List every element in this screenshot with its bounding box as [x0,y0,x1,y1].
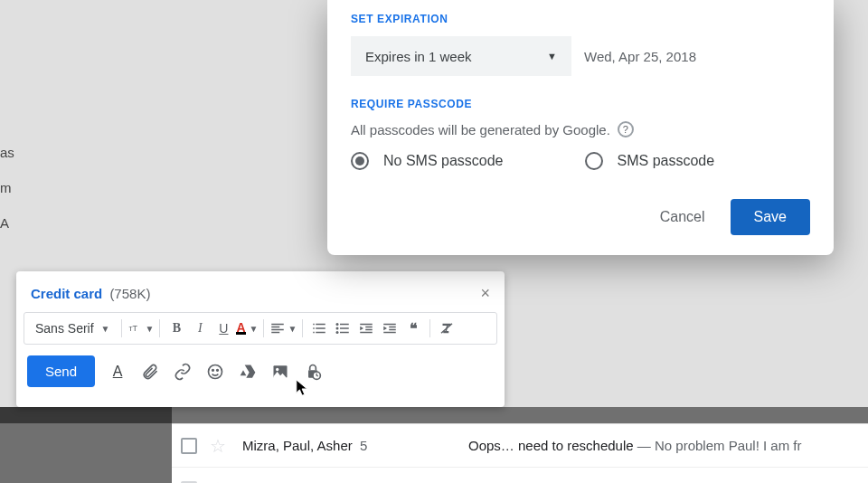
row-subject: Oops… need to reschedule [468,438,634,453]
thread-count: 5 [360,438,367,453]
text-fragment: A [0,215,14,231]
page-root: as m A Credit card (758K) × Sans Serif ▼… [0,0,868,483]
attachment-chip[interactable]: Credit card (758K) [31,286,150,301]
separator [429,319,430,337]
bold-button[interactable]: B [165,317,187,340]
underline-button[interactable]: U [212,317,234,340]
inbox-list: ☆ Mizra, Paul, Asher 5 Oops… need to res… [172,423,868,483]
remove-attachment-icon[interactable]: × [480,284,490,303]
send-button[interactable]: Send [27,355,95,387]
svg-point-6 [217,369,219,371]
row-preview: — No problem Paul! I am fr [634,438,802,453]
svg-point-1 [336,323,339,326]
remove-formatting-button[interactable] [436,317,458,340]
indent-more-button[interactable] [379,317,401,340]
email-row[interactable]: ☆ Zaid, Alex, me Future of labor — Take … [172,468,868,483]
row-snippet: Oops… need to reschedule — No problem Pa… [468,438,802,453]
radio-label: No SMS passcode [383,153,504,169]
radio-no-sms[interactable]: No SMS passcode [351,152,504,170]
font-size-button[interactable]: тT ▼ [127,317,155,340]
svg-point-2 [336,327,339,330]
dialog-button-row: Cancel Save [351,199,810,235]
passcode-radio-group: No SMS passcode SMS passcode [351,152,810,170]
text-color-button[interactable]: A ▼ [236,317,258,340]
font-family-select[interactable]: Sans Serif ▼ [30,321,116,336]
svg-point-4 [209,365,222,378]
radio-sms[interactable]: SMS passcode [585,152,715,170]
separator [159,319,160,337]
passcode-subtext: All passcodes will be generated by Googl… [351,121,810,137]
passcode-subtext-label: All passcodes will be generated by Googl… [351,122,610,137]
bulleted-list-button[interactable] [332,317,354,340]
star-icon[interactable]: ☆ [210,435,226,457]
chevron-down-icon: ▼ [101,324,110,334]
separator [263,319,264,337]
radio-icon [351,152,369,170]
chevron-down-icon: ▼ [250,324,259,334]
row-checkbox[interactable] [181,438,197,454]
passcode-section-label: REQUIRE PASSCODE [351,98,810,110]
svg-point-8 [276,367,278,370]
formatting-toggle-icon[interactable]: A [108,362,127,382]
separator [302,319,303,337]
svg-text:тT: тT [128,324,137,333]
separator [121,319,122,337]
chevron-down-icon: ▼ [146,324,155,334]
chevron-down-icon: ▼ [547,51,557,62]
email-row[interactable]: ☆ Mizra, Paul, Asher 5 Oops… need to res… [172,424,868,468]
align-button[interactable]: ▼ [269,317,297,340]
expiration-select-value: Expires in 1 week [365,49,472,64]
attach-file-icon[interactable] [140,362,160,382]
attachment-size: (758K) [109,286,150,301]
insert-drive-icon[interactable] [238,362,258,382]
radio-icon [585,152,603,170]
insert-photo-icon[interactable] [270,362,290,382]
left-clipped-text: as m A [0,145,14,251]
svg-point-5 [212,369,214,371]
font-family-label: Sans Serif [35,321,94,336]
expiration-date-text: Wed, Apr 25, 2018 [584,49,696,64]
star-icon[interactable]: ☆ [210,478,226,484]
cancel-button[interactable]: Cancel [655,202,711,232]
insert-link-icon[interactable] [173,362,193,382]
compose-header: Credit card (758K) × [16,271,505,312]
confidential-mode-dialog: SET EXPIRATION Expires in 1 week ▼ Wed, … [327,0,834,255]
mouse-cursor-icon [295,378,311,402]
quote-button[interactable]: ❝ [402,317,424,340]
text-fragment: m [0,180,14,195]
attachment-name[interactable]: Credit card [31,286,102,301]
text-fragment: as [0,145,14,160]
row-senders: Mizra, Paul, Asher 5 [242,438,468,453]
insert-emoji-icon[interactable] [205,362,225,382]
compose-action-row: Send A [16,345,505,387]
numbered-list-button[interactable] [308,317,330,340]
expiration-section-label: SET EXPIRATION [351,13,810,25]
formatting-toolbar: Sans Serif ▼ тT ▼ B I U A ▼ ▼ [24,312,497,345]
italic-button[interactable]: I [189,317,211,340]
save-button[interactable]: Save [731,199,810,235]
indent-less-button[interactable] [355,317,377,340]
chevron-down-icon: ▼ [288,324,297,334]
shadow-band [0,407,172,483]
expiration-select[interactable]: Expires in 1 week ▼ [351,36,571,76]
help-icon[interactable]: ? [618,121,634,137]
senders-text: Mizra, Paul, Asher [242,438,353,453]
expiration-row: Expires in 1 week ▼ Wed, Apr 25, 2018 [351,36,810,76]
compose-window: Credit card (758K) × Sans Serif ▼ тT ▼ B… [16,271,505,407]
svg-point-3 [336,331,339,334]
radio-label: SMS passcode [618,153,715,169]
